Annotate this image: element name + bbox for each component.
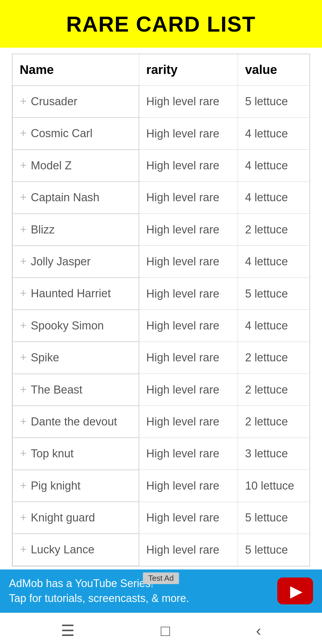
cell-name: +The Beast (13, 374, 139, 406)
cell-rarity: High level rare (139, 214, 238, 246)
table-row[interactable]: +BlizzHigh level rare2 lettuce (12, 214, 310, 246)
table-row[interactable]: +Cosmic CarlHigh level rare4 lettuce (12, 117, 310, 149)
cell-name: +Crusader (13, 86, 139, 117)
cell-rarity: High level rare (139, 150, 238, 182)
cell-value: 10 lettuce (238, 470, 310, 502)
plus-icon: + (20, 351, 27, 364)
cell-rarity: High level rare (139, 86, 238, 118)
ad-text-line1: AdMob has a YouTube Series! (9, 576, 271, 591)
table-row[interactable]: +CrusaderHigh level rare5 lettuce (12, 86, 310, 118)
plus-icon: + (20, 95, 27, 108)
table-row[interactable]: +Top knutHigh level rare3 lettuce (12, 438, 310, 470)
play-icon: ▶ (290, 583, 303, 599)
cell-value: 2 lettuce (238, 214, 310, 246)
home-icon[interactable]: □ (161, 622, 170, 640)
bottom-nav: ☰ □ ‹ (0, 613, 322, 644)
cell-rarity: High level rare (139, 278, 238, 309)
card-name: Crusader (31, 94, 77, 109)
table-row[interactable]: +Model ZHigh level rare4 lettuce (12, 150, 310, 182)
table-row[interactable]: +Spooky SimonHigh level rare4 lettuce (12, 310, 310, 342)
ad-banner[interactable]: Test Ad AdMob has a YouTube Series! Tap … (0, 569, 322, 613)
card-name: The Beast (31, 383, 82, 397)
ad-text-line2: Tap for tutorials, screencasts, & more. (9, 591, 271, 606)
cell-value: 4 lettuce (238, 150, 310, 182)
col-header-value: value (238, 54, 310, 86)
back-icon[interactable]: ‹ (256, 622, 261, 640)
cell-rarity: High level rare (139, 117, 238, 149)
cell-rarity: High level rare (139, 374, 238, 406)
plus-icon: + (20, 383, 27, 396)
cell-name: +Dante the devout (13, 406, 139, 438)
cell-name: +Pig knight (13, 470, 139, 502)
plus-icon: + (20, 415, 27, 428)
cell-name: +Spooky Simon (13, 310, 139, 342)
plus-icon: + (20, 223, 27, 236)
table-row[interactable]: +Captain NashHigh level rare4 lettuce (12, 182, 310, 213)
page-header: RARE CARD LIST (0, 0, 322, 48)
col-header-name: Name (12, 54, 139, 86)
table-container: Name rarity value +CrusaderHigh level ra… (0, 48, 322, 569)
cell-name: +Knight guard (13, 502, 139, 534)
card-name: Captain Nash (31, 190, 99, 205)
cell-rarity: High level rare (139, 310, 238, 342)
cell-value: 5 lettuce (238, 502, 310, 534)
card-name: Dante the devout (31, 414, 117, 429)
cell-name: +Top knut (13, 438, 139, 470)
plus-icon: + (20, 511, 27, 524)
cell-value: 4 lettuce (238, 246, 310, 278)
ad-text: AdMob has a YouTube Series! Tap for tuto… (9, 576, 271, 606)
plus-icon: + (20, 287, 27, 300)
table-row[interactable]: +Jolly JasperHigh level rare4 lettuce (12, 246, 310, 278)
plus-icon: + (20, 319, 27, 332)
card-name: Jolly Jasper (31, 254, 91, 269)
table-row[interactable]: +Pig knightHigh level rare10 lettuce (12, 470, 310, 502)
table-row[interactable]: +Haunted HarrietHigh level rare5 lettuce (12, 278, 310, 309)
plus-icon: + (20, 543, 27, 556)
card-name: Spooky Simon (31, 318, 104, 333)
cell-value: 5 lettuce (238, 86, 310, 118)
card-name: Top knut (31, 446, 74, 461)
plus-icon: + (20, 159, 27, 172)
card-name: Pig knight (31, 479, 80, 493)
page-title: RARE CARD LIST (6, 12, 316, 36)
plus-icon: + (20, 191, 27, 204)
plus-icon: + (20, 127, 27, 140)
cell-rarity: High level rare (139, 406, 238, 438)
cell-value: 3 lettuce (238, 438, 310, 470)
card-name: Haunted Harriet (31, 286, 111, 301)
card-name: Model Z (31, 158, 72, 173)
cell-name: +Blizz (13, 214, 139, 246)
cell-rarity: High level rare (139, 342, 238, 374)
col-header-rarity: rarity (139, 54, 238, 86)
plus-icon: + (20, 255, 27, 268)
table-row[interactable]: +The BeastHigh level rare2 lettuce (12, 374, 310, 406)
card-name: Lucky Lance (31, 542, 94, 557)
cell-name: +Jolly Jasper (13, 246, 139, 278)
plus-icon: + (20, 479, 27, 492)
cell-value: 2 lettuce (238, 374, 310, 406)
table-row[interactable]: +Dante the devoutHigh level rare2 lettuc… (12, 406, 310, 438)
rare-card-table: Name rarity value +CrusaderHigh level ra… (12, 54, 310, 566)
youtube-button[interactable]: ▶ (277, 578, 313, 604)
table-row[interactable]: +SpikeHigh level rare2 lettuce (12, 342, 310, 374)
table-row[interactable]: +Lucky LanceHigh level rare5 lettuce (12, 534, 310, 566)
cell-name: +Captain Nash (13, 182, 139, 213)
cell-value: 2 lettuce (238, 406, 310, 438)
cell-value: 2 lettuce (238, 342, 310, 374)
card-name: Blizz (31, 222, 55, 237)
plus-icon: + (20, 447, 27, 460)
card-name: Cosmic Carl (31, 126, 92, 141)
menu-icon[interactable]: ☰ (61, 622, 75, 640)
cell-value: 5 lettuce (238, 534, 310, 566)
table-row[interactable]: +Knight guardHigh level rare5 lettuce (12, 502, 310, 534)
card-name: Knight guard (31, 510, 95, 525)
cell-value: 5 lettuce (238, 278, 310, 309)
cell-value: 4 lettuce (238, 310, 310, 342)
cell-rarity: High level rare (139, 470, 238, 502)
ad-label: Test Ad (143, 572, 179, 584)
cell-value: 4 lettuce (238, 117, 310, 149)
cell-value: 4 lettuce (238, 182, 310, 213)
cell-rarity: High level rare (139, 182, 238, 213)
cell-rarity: High level rare (139, 502, 238, 534)
card-name: Spike (31, 350, 59, 365)
